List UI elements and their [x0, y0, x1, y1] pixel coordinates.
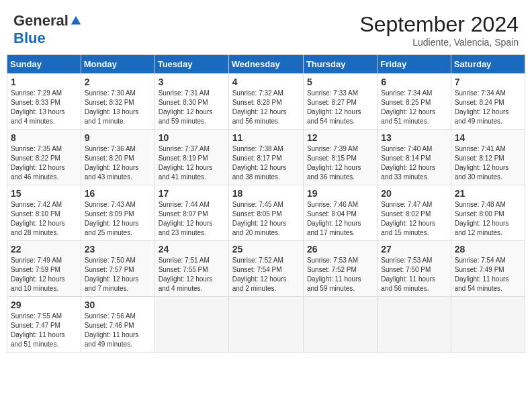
calendar-day-cell: 16Sunrise: 7:43 AMSunset: 8:09 PMDayligh… — [81, 185, 154, 241]
day-number: 10 — [159, 132, 225, 143]
calendar-day-cell: 6Sunrise: 7:34 AMSunset: 8:25 PMDaylight… — [378, 74, 451, 130]
calendar-day-cell: 3Sunrise: 7:31 AMSunset: 8:30 PMDaylight… — [154, 74, 228, 130]
calendar-day-cell: 18Sunrise: 7:45 AMSunset: 8:05 PMDayligh… — [228, 185, 303, 241]
calendar-day-cell — [451, 297, 525, 353]
day-number: 22 — [11, 244, 77, 255]
day-info: Sunrise: 7:44 AMSunset: 8:07 PMDaylight:… — [159, 200, 225, 238]
day-number: 13 — [381, 132, 447, 143]
day-info: Sunrise: 7:34 AMSunset: 8:25 PMDaylight:… — [381, 89, 447, 126]
weekday-header: Tuesday — [154, 55, 228, 74]
day-number: 23 — [85, 244, 151, 255]
day-info: Sunrise: 7:34 AMSunset: 8:24 PMDaylight:… — [455, 89, 521, 126]
calendar-day-cell: 10Sunrise: 7:37 AMSunset: 8:19 PMDayligh… — [154, 130, 228, 185]
day-info: Sunrise: 7:47 AMSunset: 8:02 PMDaylight:… — [381, 200, 447, 238]
calendar-header-row: SundayMondayTuesdayWednesdayThursdayFrid… — [7, 55, 525, 74]
day-info: Sunrise: 7:45 AMSunset: 8:05 PMDaylight:… — [232, 200, 300, 238]
day-number: 21 — [455, 188, 521, 199]
location: Ludiente, Valencia, Spain — [359, 37, 519, 48]
day-info: Sunrise: 7:36 AMSunset: 8:20 PMDaylight:… — [85, 144, 151, 182]
day-number: 26 — [307, 244, 373, 255]
calendar-day-cell: 8Sunrise: 7:35 AMSunset: 8:22 PMDaylight… — [7, 130, 81, 185]
day-info: Sunrise: 7:35 AMSunset: 8:22 PMDaylight:… — [11, 144, 77, 182]
calendar-day-cell: 9Sunrise: 7:36 AMSunset: 8:20 PMDaylight… — [81, 130, 154, 185]
calendar-day-cell: 2Sunrise: 7:30 AMSunset: 8:32 PMDaylight… — [81, 74, 154, 130]
day-number: 25 — [232, 244, 300, 255]
calendar-week-row: 29Sunrise: 7:55 AMSunset: 7:47 PMDayligh… — [7, 297, 525, 353]
day-info: Sunrise: 7:38 AMSunset: 8:17 PMDaylight:… — [232, 144, 300, 182]
calendar-day-cell: 26Sunrise: 7:53 AMSunset: 7:52 PMDayligh… — [303, 241, 377, 297]
day-number: 29 — [11, 300, 77, 310]
calendar-day-cell — [378, 297, 451, 353]
calendar-day-cell: 17Sunrise: 7:44 AMSunset: 8:07 PMDayligh… — [154, 185, 228, 241]
day-info: Sunrise: 7:30 AMSunset: 8:32 PMDaylight:… — [85, 89, 151, 126]
calendar-day-cell: 30Sunrise: 7:56 AMSunset: 7:46 PMDayligh… — [81, 297, 154, 353]
calendar-day-cell: 25Sunrise: 7:52 AMSunset: 7:54 PMDayligh… — [228, 241, 303, 297]
day-info: Sunrise: 7:39 AMSunset: 8:15 PMDaylight:… — [307, 144, 373, 182]
day-number: 14 — [455, 132, 521, 143]
day-number: 12 — [307, 132, 373, 143]
calendar-day-cell: 11Sunrise: 7:38 AMSunset: 8:17 PMDayligh… — [228, 130, 303, 185]
day-info: Sunrise: 7:31 AMSunset: 8:30 PMDaylight:… — [159, 89, 225, 126]
calendar-day-cell: 4Sunrise: 7:32 AMSunset: 8:28 PMDaylight… — [228, 74, 303, 130]
calendar-day-cell: 15Sunrise: 7:42 AMSunset: 8:10 PMDayligh… — [7, 185, 81, 241]
calendar-day-cell — [154, 297, 228, 353]
calendar-day-cell — [303, 297, 377, 353]
weekday-header: Saturday — [451, 55, 525, 74]
logo-general-text: General — [13, 12, 69, 30]
calendar-week-row: 8Sunrise: 7:35 AMSunset: 8:22 PMDaylight… — [7, 130, 525, 185]
day-info: Sunrise: 7:50 AMSunset: 7:57 PMDaylight:… — [85, 256, 151, 293]
calendar-day-cell: 1Sunrise: 7:29 AMSunset: 8:33 PMDaylight… — [7, 74, 81, 130]
day-number: 19 — [307, 188, 373, 199]
day-number: 28 — [455, 244, 521, 255]
day-number: 20 — [381, 188, 447, 199]
day-info: Sunrise: 7:42 AMSunset: 8:10 PMDaylight:… — [11, 200, 77, 238]
day-number: 5 — [307, 77, 373, 87]
day-number: 11 — [232, 132, 300, 143]
day-info: Sunrise: 7:41 AMSunset: 8:12 PMDaylight:… — [455, 144, 521, 182]
month-year: September 2024 — [359, 12, 519, 37]
day-number: 17 — [159, 188, 225, 199]
day-number: 27 — [381, 244, 447, 255]
day-info: Sunrise: 7:56 AMSunset: 7:46 PMDaylight:… — [85, 312, 151, 349]
day-number: 24 — [159, 244, 225, 255]
calendar-week-row: 1Sunrise: 7:29 AMSunset: 8:33 PMDaylight… — [7, 74, 525, 130]
page-header: General Blue September 2024 Ludiente, Va… — [7, 7, 525, 50]
day-number: 30 — [85, 300, 151, 310]
day-info: Sunrise: 7:32 AMSunset: 8:28 PMDaylight:… — [232, 89, 300, 126]
day-info: Sunrise: 7:52 AMSunset: 7:54 PMDaylight:… — [232, 256, 300, 293]
weekday-header: Friday — [378, 55, 451, 74]
calendar-table: SundayMondayTuesdayWednesdayThursdayFrid… — [7, 54, 525, 353]
day-number: 8 — [11, 132, 77, 143]
calendar-week-row: 15Sunrise: 7:42 AMSunset: 8:10 PMDayligh… — [7, 185, 525, 241]
title-block: September 2024 Ludiente, Valencia, Spain — [359, 12, 519, 48]
day-info: Sunrise: 7:51 AMSunset: 7:55 PMDaylight:… — [159, 256, 225, 293]
day-number: 15 — [11, 188, 77, 199]
day-number: 3 — [159, 77, 225, 87]
day-number: 9 — [85, 132, 151, 143]
weekday-header: Sunday — [7, 55, 81, 74]
weekday-header: Wednesday — [228, 55, 303, 74]
day-info: Sunrise: 7:43 AMSunset: 8:09 PMDaylight:… — [85, 200, 151, 238]
day-info: Sunrise: 7:29 AMSunset: 8:33 PMDaylight:… — [11, 89, 77, 126]
day-info: Sunrise: 7:33 AMSunset: 8:27 PMDaylight:… — [307, 89, 373, 126]
calendar-day-cell: 7Sunrise: 7:34 AMSunset: 8:24 PMDaylight… — [451, 74, 525, 130]
calendar-day-cell — [228, 297, 303, 353]
calendar-day-cell: 29Sunrise: 7:55 AMSunset: 7:47 PMDayligh… — [7, 297, 81, 353]
calendar-day-cell: 24Sunrise: 7:51 AMSunset: 7:55 PMDayligh… — [154, 241, 228, 297]
day-number: 7 — [455, 77, 521, 87]
day-info: Sunrise: 7:40 AMSunset: 8:14 PMDaylight:… — [381, 144, 447, 182]
calendar-day-cell: 22Sunrise: 7:49 AMSunset: 7:59 PMDayligh… — [7, 241, 81, 297]
calendar-day-cell: 12Sunrise: 7:39 AMSunset: 8:15 PMDayligh… — [303, 130, 377, 185]
day-number: 1 — [11, 77, 77, 87]
calendar-day-cell: 5Sunrise: 7:33 AMSunset: 8:27 PMDaylight… — [303, 74, 377, 130]
calendar-day-cell: 23Sunrise: 7:50 AMSunset: 7:57 PMDayligh… — [81, 241, 154, 297]
day-number: 18 — [232, 188, 300, 199]
calendar-day-cell: 13Sunrise: 7:40 AMSunset: 8:14 PMDayligh… — [378, 130, 451, 185]
day-info: Sunrise: 7:53 AMSunset: 7:52 PMDaylight:… — [307, 256, 373, 293]
calendar-day-cell: 19Sunrise: 7:46 AMSunset: 8:04 PMDayligh… — [303, 185, 377, 241]
weekday-header: Monday — [81, 55, 154, 74]
day-number: 4 — [232, 77, 300, 87]
logo: General Blue — [13, 12, 82, 47]
calendar-day-cell: 28Sunrise: 7:54 AMSunset: 7:49 PMDayligh… — [451, 241, 525, 297]
calendar-day-cell: 21Sunrise: 7:48 AMSunset: 8:00 PMDayligh… — [451, 185, 525, 241]
